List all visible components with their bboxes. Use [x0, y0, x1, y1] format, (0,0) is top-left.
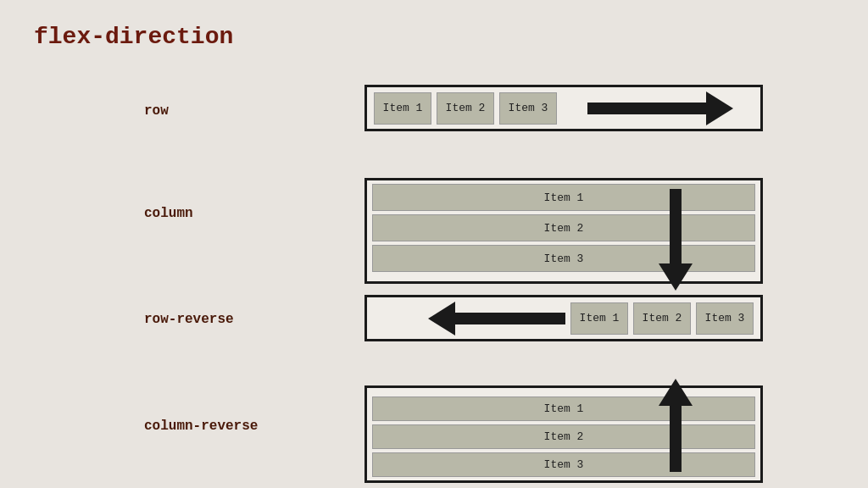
column-reverse-item-2: Item 2 — [372, 424, 755, 449]
page-title: flex-direction — [34, 24, 233, 50]
row-reverse-arrow — [374, 302, 565, 336]
column-item-3: Item 3 — [372, 245, 755, 272]
section-column-reverse-label: column-reverse — [144, 419, 258, 434]
column-arrow — [659, 189, 693, 291]
row-reverse-flex-box: Item 3 Item 2 Item 1 — [364, 295, 763, 341]
row-item-1: Item 1 — [374, 92, 431, 125]
column-reverse-arrow — [659, 379, 693, 472]
row-flex-box: Item 1 Item 2 Item 3 — [364, 85, 763, 131]
section-row-label: row — [144, 103, 169, 119]
column-reverse-item-1: Item 3 — [372, 452, 755, 477]
row-item-3: Item 3 — [499, 92, 557, 125]
row-reverse-item-3: Item 1 — [570, 302, 628, 335]
column-item-1: Item 1 — [372, 184, 755, 211]
section-column-label: column — [144, 206, 193, 221]
row-arrow — [587, 92, 733, 125]
row-reverse-item-1: Item 3 — [696, 302, 754, 335]
column-reverse-flex-box: Item 3 Item 2 Item 1 — [364, 385, 763, 483]
column-flex-box: Item 1 Item 2 Item 3 — [364, 178, 763, 284]
row-item-2: Item 2 — [437, 92, 494, 125]
column-reverse-item-3: Item 1 — [372, 396, 755, 421]
section-row-reverse-label: row-reverse — [144, 312, 234, 327]
column-item-2: Item 2 — [372, 214, 755, 241]
row-reverse-item-2: Item 2 — [633, 302, 691, 335]
